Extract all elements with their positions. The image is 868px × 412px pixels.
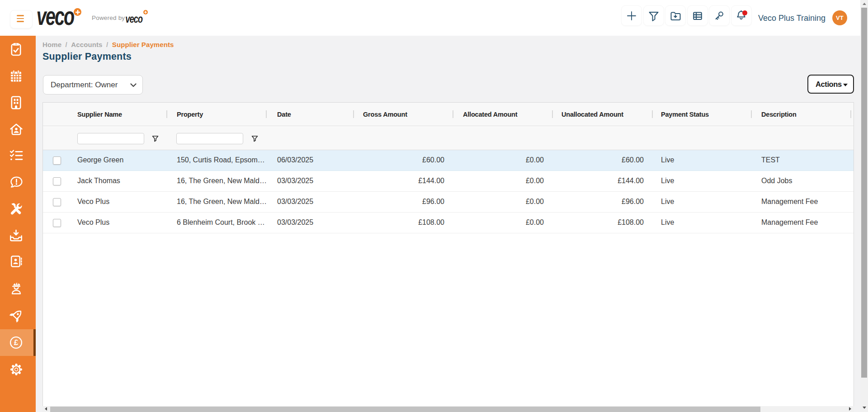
svg-text:£: £	[14, 338, 18, 346]
